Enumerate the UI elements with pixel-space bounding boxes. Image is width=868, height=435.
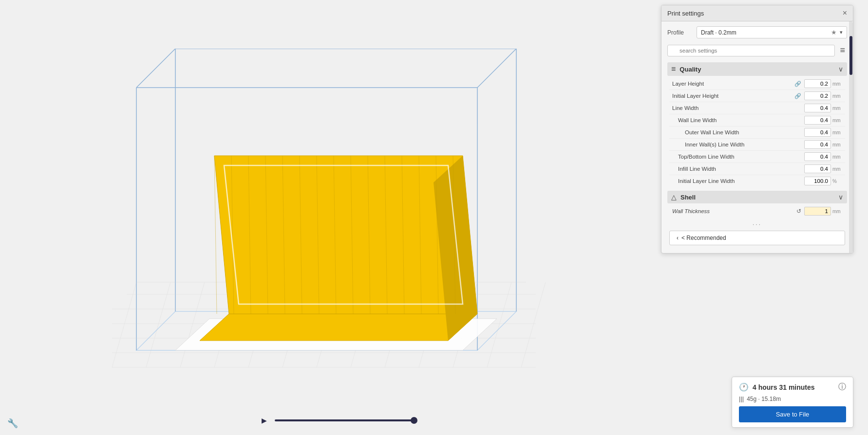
recommended-button[interactable]: ‹ < Recommended — [669, 231, 845, 245]
wall-thickness-input[interactable] — [804, 207, 831, 216]
top-bottom-line-width-input[interactable] — [804, 152, 831, 161]
close-button[interactable]: × — [843, 9, 847, 17]
infill-line-width-label: Infill Line Width — [678, 166, 804, 172]
save-to-file-button[interactable]: Save to File — [739, 406, 846, 422]
initial-layer-height-input[interactable] — [804, 91, 831, 100]
infill-line-width-input[interactable] — [804, 164, 831, 173]
svg-marker-29 — [175, 319, 497, 350]
shell-chevron-icon: ∨ — [838, 193, 843, 201]
profile-label: Profile — [667, 29, 697, 36]
inner-wall-line-width-label: Inner Wall(s) Line Width — [685, 142, 804, 147]
initial-layer-line-width-input[interactable] — [804, 177, 831, 185]
line-width-input[interactable] — [804, 104, 831, 112]
panel-body: Profile Draft · 0.2mm ★ ▾ 🔍 ≡ — [661, 21, 853, 253]
inner-wall-line-width-input[interactable] — [804, 140, 831, 149]
hamburger-menu-icon[interactable]: ≡ — [838, 43, 847, 57]
inner-wall-line-width-unit: mm — [832, 142, 842, 147]
quality-section-left: ≡ Quality — [671, 65, 701, 73]
svg-line-37 — [283, 156, 285, 314]
shell-icon: △ — [671, 193, 677, 201]
bottom-left-tool-icon: 🔧 — [7, 418, 17, 428]
shell-section-header[interactable]: △ Shell ∨ — [667, 191, 847, 203]
timeline-bar: ▶ — [258, 415, 414, 426]
chevron-down-icon: ▾ — [840, 29, 843, 36]
estimate-material-row: ||| 45g · 15.18m — [739, 395, 846, 402]
infill-line-width-value: mm — [804, 164, 842, 173]
svg-line-41 — [351, 156, 353, 314]
link-icon[interactable]: 🔗 — [794, 81, 801, 87]
svg-line-33 — [214, 156, 217, 314]
wall-thickness-unit: mm — [832, 209, 842, 214]
svg-line-21 — [283, 282, 307, 367]
top-bottom-line-width-value: mm — [804, 152, 842, 161]
profile-dropdown[interactable]: Draft · 0.2mm ★ ▾ — [697, 26, 847, 38]
layer-height-value: mm — [804, 79, 842, 88]
inner-wall-line-width-value: mm — [804, 140, 842, 149]
initial-layer-line-width-label: Initial Layer Line Width — [678, 178, 804, 184]
search-bar: 🔍 ≡ — [667, 43, 847, 57]
material-icon: ||| — [739, 395, 744, 402]
clock-icon: 🕐 — [739, 382, 749, 392]
search-input[interactable] — [667, 45, 835, 56]
layer-height-input[interactable] — [804, 79, 831, 88]
info-icon[interactable]: ⓘ — [838, 382, 846, 392]
timeline-handle[interactable] — [411, 417, 417, 424]
svg-line-26 — [453, 282, 477, 367]
profile-row: Profile Draft · 0.2mm ★ ▾ — [667, 26, 847, 38]
outer-wall-line-width-row: Outer Wall Line Width mm — [669, 127, 845, 139]
viewport: ▶ 🔧 20 Print settings × Profile Draft · — [0, 0, 868, 435]
svg-line-40 — [334, 156, 336, 314]
layer-height-icons: 🔗 — [794, 81, 801, 87]
initial-layer-height-icons: 🔗 — [794, 93, 801, 99]
svg-marker-48 — [224, 165, 463, 304]
panel-scroll-thumb[interactable] — [849, 36, 852, 75]
line-width-row: Line Width mm — [669, 102, 845, 114]
panel-title: Print settings — [667, 10, 704, 17]
quality-settings: Layer Height 🔗 mm Initial Layer Height 🔗 — [667, 78, 847, 187]
quality-section-header[interactable]: ≡ Quality ∨ — [667, 62, 847, 76]
initial-layer-height-row: Initial Layer Height 🔗 mm — [669, 90, 845, 102]
svg-line-27 — [487, 282, 511, 367]
wall-thickness-row: Wall Thickness ↺ mm — [669, 205, 845, 217]
initial-layer-height-value: mm — [804, 91, 842, 100]
layer-height-label: Layer Height — [672, 81, 794, 87]
search-wrap: 🔍 — [667, 45, 835, 56]
star-icon: ★ — [831, 29, 837, 36]
shell-title: Shell — [680, 194, 696, 201]
link-icon-2[interactable]: 🔗 — [794, 93, 801, 99]
svg-line-22 — [317, 282, 341, 367]
svg-line-44 — [402, 156, 404, 314]
svg-line-39 — [317, 156, 319, 314]
svg-marker-32 — [434, 156, 477, 341]
wall-line-width-value: mm — [804, 116, 842, 125]
svg-marker-31 — [214, 156, 477, 314]
svg-line-19 — [214, 282, 239, 367]
quality-title: Quality — [679, 66, 701, 73]
initial-layer-line-width-row: Initial Layer Line Width % — [669, 175, 845, 187]
svg-line-43 — [385, 156, 387, 314]
wall-thickness-label: Wall Thickness — [672, 208, 796, 214]
reset-icon[interactable]: ↺ — [796, 208, 801, 215]
outer-wall-line-width-input[interactable] — [804, 128, 831, 137]
top-bottom-line-width-unit: mm — [832, 154, 842, 160]
shell-settings: Wall Thickness ↺ mm — [667, 205, 847, 217]
profile-value: Draft · 0.2mm — [701, 29, 736, 36]
svg-line-34 — [231, 156, 234, 314]
panel-scrollbar[interactable] — [849, 21, 853, 253]
layer-height-row: Layer Height 🔗 mm — [669, 78, 845, 90]
svg-line-17 — [146, 282, 170, 367]
estimate-material: 45g · 15.18m — [747, 396, 781, 402]
svg-line-45 — [419, 156, 421, 314]
layer-height-unit: mm — [832, 81, 842, 87]
profile-icons: ★ ▾ — [831, 29, 843, 36]
svg-line-36 — [265, 156, 268, 314]
wall-line-width-row: Wall Line Width mm — [669, 114, 845, 127]
quality-chevron-icon: ∨ — [838, 65, 843, 73]
svg-line-24 — [385, 282, 409, 367]
svg-line-35 — [248, 156, 251, 314]
play-button[interactable]: ▶ — [258, 415, 270, 426]
timeline-track[interactable] — [275, 419, 414, 421]
outer-wall-line-width-unit: mm — [832, 130, 842, 135]
wall-line-width-input[interactable] — [804, 116, 831, 125]
infill-line-width-row: Infill Line Width mm — [669, 163, 845, 175]
